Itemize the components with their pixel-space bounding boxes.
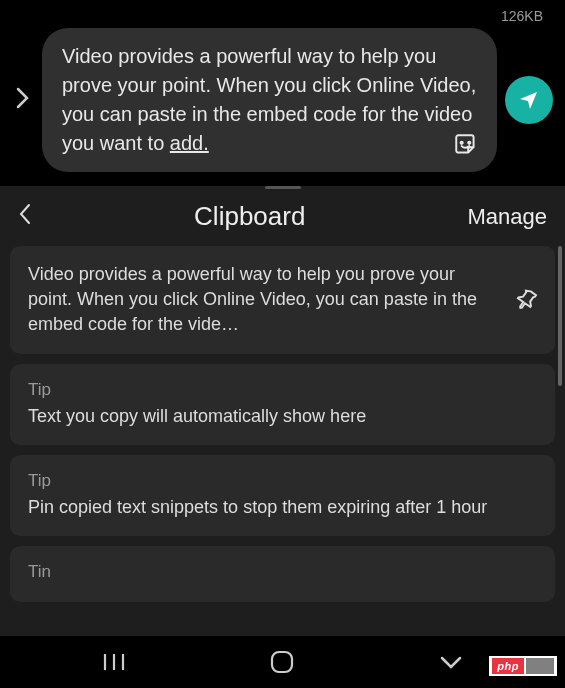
dismiss-keyboard-button[interactable] bbox=[421, 654, 481, 670]
clipboard-item-text: Text you copy will automatically show he… bbox=[28, 404, 537, 429]
send-button[interactable] bbox=[505, 76, 553, 124]
manage-button[interactable]: Manage bbox=[467, 204, 547, 230]
scrollbar[interactable] bbox=[558, 246, 562, 386]
clipboard-item[interactable]: Video provides a powerful way to help yo… bbox=[10, 246, 555, 354]
clipboard-title: Clipboard bbox=[32, 201, 467, 232]
back-button[interactable] bbox=[18, 203, 32, 230]
clipboard-item[interactable]: Tip Pin copied text snippets to stop the… bbox=[10, 455, 555, 536]
svg-rect-3 bbox=[272, 652, 292, 672]
clipboard-item-text: Pin copied text snippets to stop them ex… bbox=[28, 495, 537, 520]
tip-label: Tip bbox=[28, 471, 537, 491]
recents-button[interactable] bbox=[84, 652, 144, 672]
clipboard-panel: Clipboard Manage Video provides a powerf… bbox=[0, 186, 565, 656]
pin-icon[interactable] bbox=[508, 282, 544, 318]
send-icon bbox=[517, 88, 541, 112]
sticker-icon[interactable] bbox=[453, 132, 479, 158]
clipboard-item[interactable]: Tip Text you copy will automatically sho… bbox=[10, 364, 555, 445]
clipboard-item-text: Video provides a powerful way to help yo… bbox=[28, 262, 499, 338]
watermark-tail bbox=[526, 658, 554, 674]
clipboard-item[interactable]: Tin bbox=[10, 546, 555, 602]
message-underlined-text: add. bbox=[170, 132, 209, 154]
watermark: php bbox=[489, 656, 557, 676]
expand-input-button[interactable] bbox=[12, 87, 34, 114]
tip-label: Tip bbox=[28, 380, 537, 400]
navigation-bar bbox=[0, 636, 565, 688]
message-input[interactable]: Video provides a powerful way to help yo… bbox=[42, 28, 497, 172]
home-button[interactable] bbox=[252, 649, 312, 675]
tip-label: Tin bbox=[28, 562, 537, 582]
attachment-size-label: 126KB bbox=[12, 8, 553, 24]
watermark-logo: php bbox=[492, 658, 524, 674]
message-text: Video provides a powerful way to help yo… bbox=[62, 45, 476, 154]
